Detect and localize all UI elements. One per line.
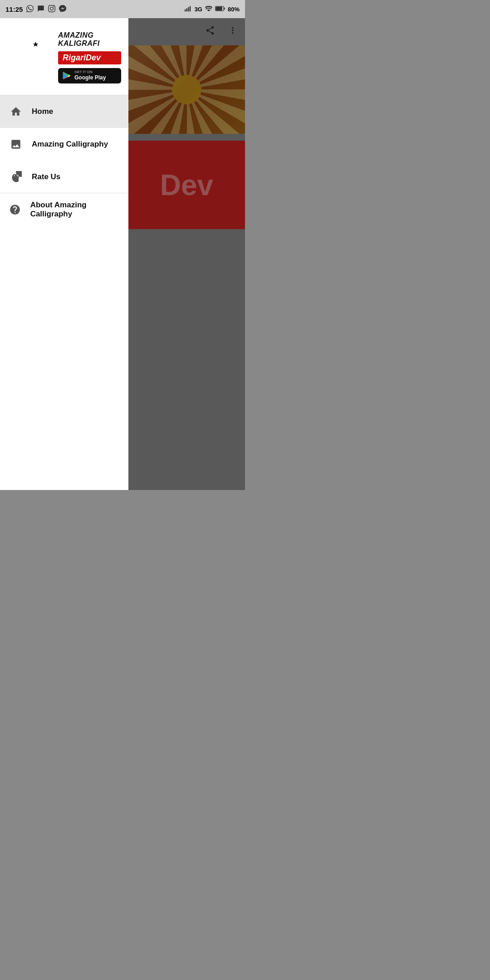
drawer-header: الله AMAZING KALIGRAFI RigariDev [0, 18, 128, 95]
play-store-icon [62, 71, 72, 81]
google-play-text: GET IT ON Google Play [74, 70, 106, 82]
signal-icon [185, 5, 192, 13]
wifi-icon [205, 6, 212, 13]
status-bar: 11:25 3G [0, 0, 245, 18]
svg-rect-6 [216, 7, 222, 10]
whatsapp-icon [26, 5, 34, 14]
header-info: AMAZING KALIGRAFI RigariDev [58, 31, 121, 83]
network-type: 3G [195, 6, 202, 13]
svg-rect-3 [189, 6, 190, 11]
help-icon [9, 203, 21, 216]
android-icon [9, 170, 23, 184]
home-icon [9, 105, 23, 118]
nav-label-home: Home [32, 107, 53, 116]
nav-item-rate-us[interactable]: Rate Us [0, 161, 128, 193]
status-time: 11:25 [5, 5, 23, 13]
navigation-drawer: الله AMAZING KALIGRAFI RigariDev [0, 18, 128, 490]
nav-item-about[interactable]: About Amazing Calligraphy [0, 193, 128, 226]
google-play-label: Google Play [74, 74, 106, 82]
svg-rect-0 [185, 9, 186, 11]
svg-rect-5 [224, 7, 225, 10]
nav-label-rate-us: Rate Us [32, 172, 60, 181]
battery-percent: 80% [228, 6, 240, 13]
nav-item-amazing-calligraphy[interactable]: Amazing Calligraphy [0, 128, 128, 161]
nav-label-about: About Amazing Calligraphy [30, 201, 119, 219]
rigari-badge: RigariDev [58, 51, 121, 64]
svg-rect-2 [188, 7, 189, 11]
status-right: 3G 80% [185, 5, 240, 13]
get-it-label: GET IT ON [74, 70, 106, 74]
image-icon [9, 137, 23, 151]
battery-icon [215, 6, 225, 13]
app-logo: الله [7, 35, 53, 80]
instagram-icon [48, 5, 55, 14]
drawer-overlay [128, 18, 245, 490]
google-play-badge[interactable]: GET IT ON Google Play [58, 68, 121, 83]
nav-item-home[interactable]: Home [0, 95, 128, 128]
nav-label-amazing-calligraphy: Amazing Calligraphy [32, 140, 108, 149]
messenger-icon [59, 5, 66, 14]
app-title: AMAZING KALIGRAFI [58, 31, 121, 48]
svg-text:الله: الله [14, 52, 29, 64]
status-left: 11:25 [5, 5, 66, 14]
message-icon [37, 5, 44, 14]
rigari-label: RigariDev [63, 53, 101, 62]
svg-marker-7 [33, 42, 39, 47]
svg-rect-1 [186, 8, 187, 11]
